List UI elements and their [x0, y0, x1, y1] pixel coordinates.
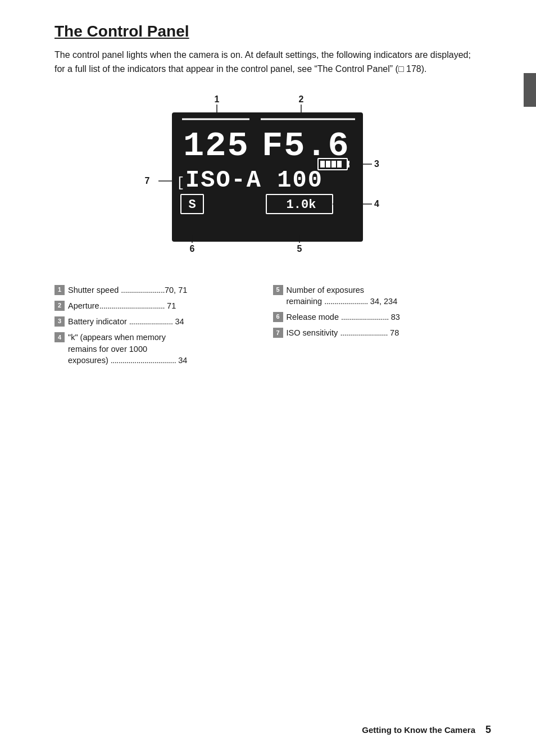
svg-text:1: 1 [214, 94, 219, 104]
legend-text-1: Shutter speed ......................70, … [68, 284, 273, 296]
intro-paragraph: The control panel lights when the camera… [54, 48, 482, 76]
svg-text:7: 7 [144, 176, 149, 185]
svg-text:ISO-A 100: ISO-A 100 [185, 167, 323, 194]
page-footer: Getting to Know the Camera 5 [362, 724, 491, 736]
legend-text-5: Number of exposuresremaining ...........… [287, 284, 492, 307]
svg-text:125: 125 [183, 126, 249, 166]
legend-badge-1: 1 [54, 285, 65, 295]
legend-item-3: 3 Battery indicator ....................… [54, 316, 273, 327]
legend-text-4: "k" (appears when memoryremains for over… [68, 332, 273, 366]
section-tab [524, 73, 536, 107]
page-number: 5 [485, 724, 491, 736]
legend-col-right: 5 Number of exposuresremaining .........… [273, 284, 492, 371]
legend-item-1: 1 Shutter speed ......................70… [54, 284, 273, 296]
footer-section: Getting to Know the Camera [362, 725, 475, 735]
legend-text-7: ISO sensitivity ........................… [287, 327, 492, 338]
svg-text:5: 5 [297, 244, 302, 253]
svg-rect-11 [326, 161, 330, 168]
legend-text-6: Release mode ........................ 83 [287, 311, 492, 323]
legend-badge-4: 4 [54, 332, 65, 342]
legend-text-2: Aperture................................… [68, 300, 273, 311]
legend-item-7: 7 ISO sensitivity ......................… [273, 327, 492, 338]
legend-item-4: 4 "k" (appears when memoryremains for ov… [54, 332, 273, 366]
svg-text:[: [ [176, 175, 184, 191]
svg-text:4: 4 [374, 199, 379, 209]
svg-text:1.0k: 1.0k [286, 198, 316, 212]
legend-text-3: Battery indicator ......................… [68, 316, 273, 327]
legend-item-2: 2 Aperture..............................… [54, 300, 273, 311]
legend-badge-6: 6 [273, 312, 283, 322]
legend-item-6: 6 Release mode ........................ … [273, 311, 492, 323]
svg-text:6: 6 [189, 244, 194, 253]
legend-badge-3: 3 [54, 316, 65, 327]
legend-badge-2: 2 [54, 301, 65, 311]
svg-text:F5.6: F5.6 [262, 126, 350, 166]
svg-text:2: 2 [298, 94, 303, 104]
control-panel-diagram: 1 2 125 F5.6 3 [ [127, 92, 419, 269]
legend-table: 1 Shutter speed ......................70… [54, 284, 491, 371]
svg-text:3: 3 [374, 159, 379, 169]
svg-rect-12 [331, 161, 336, 168]
page-title: The Control Panel [54, 22, 491, 40]
svg-rect-13 [337, 161, 342, 168]
legend-badge-5: 5 [273, 285, 283, 295]
legend-item-5: 5 Number of exposuresremaining .........… [273, 284, 492, 307]
legend-col-left: 1 Shutter speed ......................70… [54, 284, 273, 371]
legend-badge-7: 7 [273, 328, 283, 338]
svg-text:S: S [188, 198, 196, 212]
